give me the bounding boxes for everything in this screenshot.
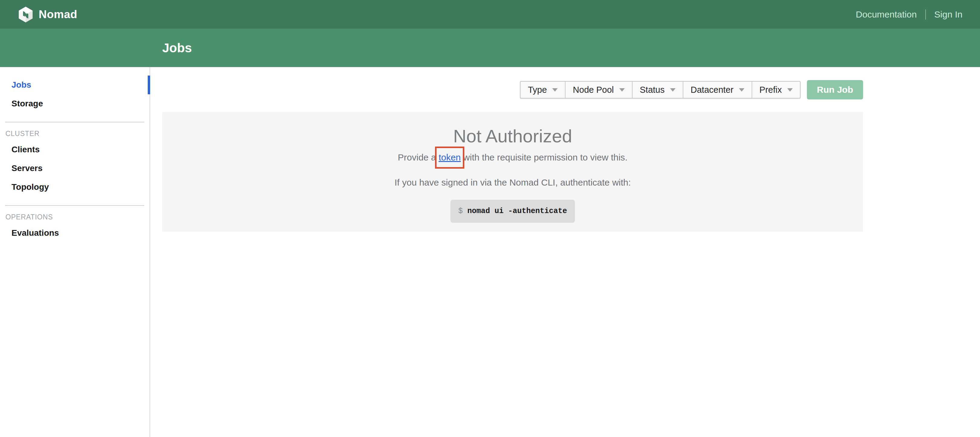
sidebar-section-operations-label: OPERATIONS bbox=[0, 213, 150, 221]
type-filter-dropdown[interactable]: Type bbox=[520, 81, 566, 98]
sidebar-item-label: Jobs bbox=[11, 80, 31, 90]
sidebar-item-evaluations[interactable]: Evaluations bbox=[0, 223, 150, 242]
sidebar-item-jobs[interactable]: Jobs bbox=[0, 75, 150, 94]
token-message: Provide a token with the requisite permi… bbox=[162, 152, 863, 163]
dropdown-label: Type bbox=[528, 85, 547, 95]
sidebar-item-topology[interactable]: Topology bbox=[0, 178, 150, 196]
top-nav-divider bbox=[925, 10, 926, 20]
nomad-app: Nomad Documentation Sign In Jobs Jobs St… bbox=[0, 0, 980, 437]
not-authorized-title: Not Authorized bbox=[162, 125, 863, 147]
sidebar-section-cluster-label: CLUSTER bbox=[0, 130, 150, 138]
main-content: Type Node Pool Status Datacenter bbox=[150, 67, 980, 437]
sidebar-item-storage[interactable]: Storage bbox=[0, 94, 150, 113]
top-nav-links: Documentation Sign In bbox=[856, 10, 963, 20]
top-nav-bar: Nomad Documentation Sign In bbox=[0, 0, 980, 29]
page-body: Jobs Storage CLUSTER Clients Servers Top… bbox=[0, 67, 980, 437]
token-message-suffix: with the requisite permission to view th… bbox=[461, 152, 627, 162]
sidebar-item-clients[interactable]: Clients bbox=[0, 140, 150, 159]
sidebar-item-label: Servers bbox=[11, 164, 43, 173]
chevron-down-icon bbox=[670, 88, 676, 92]
run-job-button[interactable]: Run Job bbox=[807, 80, 863, 99]
sidebar-item-label: Evaluations bbox=[11, 228, 59, 238]
brand-name: Nomad bbox=[39, 8, 77, 21]
cli-code-block: $ nomad ui -authenticate bbox=[450, 200, 575, 223]
prefix-filter-dropdown[interactable]: Prefix bbox=[752, 81, 800, 98]
sidebar-divider bbox=[5, 122, 144, 123]
page-title: Jobs bbox=[162, 41, 192, 55]
token-link[interactable]: token bbox=[439, 152, 461, 162]
cli-message: If you have signed in via the Nomad CLI,… bbox=[162, 177, 863, 188]
sidebar-item-label: Topology bbox=[11, 182, 49, 192]
status-filter-dropdown[interactable]: Status bbox=[633, 81, 683, 98]
chevron-down-icon bbox=[787, 88, 793, 92]
chevron-down-icon bbox=[552, 88, 558, 92]
active-indicator bbox=[148, 75, 150, 94]
node-pool-filter-dropdown[interactable]: Node Pool bbox=[566, 81, 632, 98]
dropdown-label: Node Pool bbox=[573, 85, 614, 95]
sidebar-divider bbox=[5, 205, 144, 206]
chevron-down-icon bbox=[739, 88, 745, 92]
sidebar-item-label: Storage bbox=[11, 99, 43, 108]
code-command: nomad ui -authenticate bbox=[467, 207, 567, 215]
not-authorized-panel: Not Authorized Provide a token with the … bbox=[162, 112, 863, 231]
chevron-down-icon bbox=[619, 88, 625, 92]
nomad-logo-icon bbox=[18, 6, 34, 23]
filter-dropdown-group: Type Node Pool Status Datacenter bbox=[520, 81, 800, 99]
jobs-toolbar: Type Node Pool Status Datacenter bbox=[162, 80, 863, 99]
token-highlight-wrap: token bbox=[439, 152, 461, 163]
dropdown-label: Status bbox=[640, 85, 665, 95]
dropdown-label: Datacenter bbox=[690, 85, 733, 95]
sign-in-link[interactable]: Sign In bbox=[934, 10, 963, 20]
nomad-brand[interactable]: Nomad bbox=[18, 6, 77, 23]
sidebar-item-label: Clients bbox=[11, 145, 40, 155]
documentation-link[interactable]: Documentation bbox=[856, 10, 917, 20]
datacenter-filter-dropdown[interactable]: Datacenter bbox=[683, 81, 752, 98]
sidebar: Jobs Storage CLUSTER Clients Servers Top… bbox=[0, 67, 150, 437]
sidebar-menu-operations: Evaluations bbox=[0, 223, 150, 242]
page-header: Jobs bbox=[0, 29, 980, 67]
dropdown-label: Prefix bbox=[759, 85, 782, 95]
sidebar-menu-cluster: Clients Servers Topology bbox=[0, 140, 150, 196]
code-prompt: $ bbox=[458, 207, 463, 215]
sidebar-menu-main: Jobs Storage bbox=[0, 75, 150, 113]
sidebar-item-servers[interactable]: Servers bbox=[0, 159, 150, 178]
token-message-prefix: Provide a bbox=[398, 152, 439, 162]
